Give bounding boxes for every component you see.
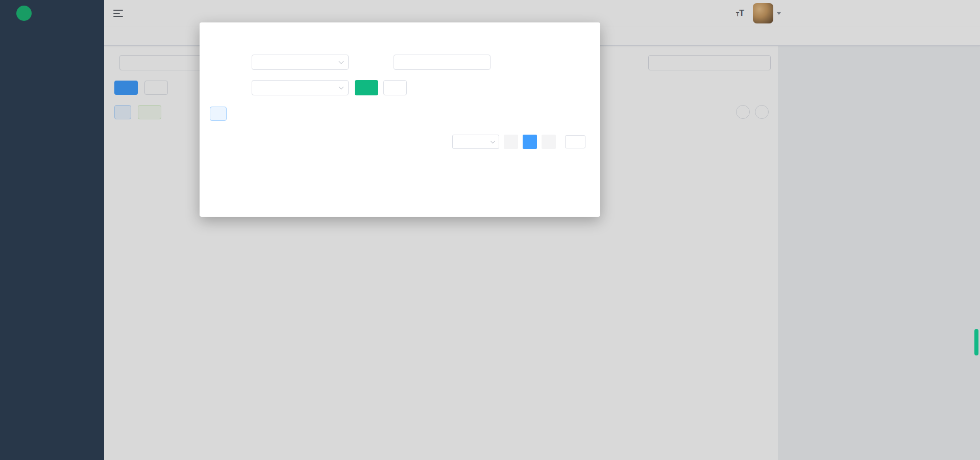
chevron-down-icon [339, 59, 344, 64]
prev-page-button[interactable] [504, 135, 518, 149]
chevron-down-icon [339, 85, 344, 90]
add-data-button[interactable] [210, 107, 227, 121]
page-scrollbar-thumb[interactable] [974, 329, 978, 355]
chevron-down-icon [491, 139, 496, 144]
refresh-icon [390, 85, 397, 91]
status-select[interactable] [252, 80, 349, 95]
dict-name-select[interactable] [252, 55, 349, 70]
next-page-button[interactable] [542, 135, 556, 149]
search-icon [362, 85, 369, 91]
dict-label-input[interactable] [394, 55, 491, 70]
modal-search-button[interactable] [355, 80, 378, 95]
page-1-button[interactable] [523, 135, 537, 149]
pagination [210, 135, 590, 149]
page-size-select[interactable] [452, 135, 499, 149]
modal-reset-button[interactable] [383, 80, 407, 95]
dict-data-dialog [200, 22, 600, 217]
goto-page-input[interactable] [565, 135, 585, 148]
